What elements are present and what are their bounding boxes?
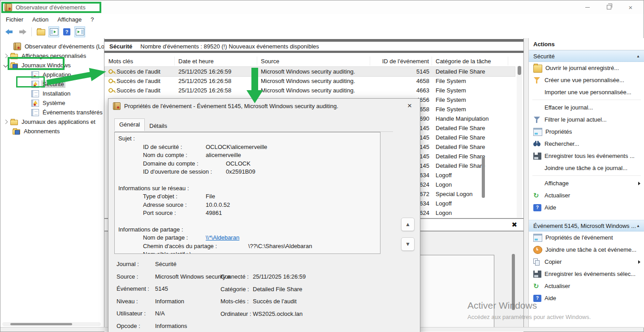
action-importer-une-vue-personnalisee[interactable]: Importer une vue personnalisée... bbox=[529, 86, 644, 98]
action-actualiser[interactable]: ↻Actualiser bbox=[529, 189, 644, 201]
cell-category: File System bbox=[432, 86, 508, 95]
show-console-tree-button[interactable] bbox=[35, 26, 46, 37]
tree-item-label: Observateur d'événements (Loca bbox=[23, 43, 104, 50]
tree-spacer bbox=[23, 111, 26, 114]
sidebar-horizontal-scrollbar[interactable] bbox=[2, 322, 101, 326]
sidebar-scrollbar-thumb[interactable] bbox=[10, 323, 72, 325]
tab-details[interactable]: Détails bbox=[145, 120, 172, 132]
description-value: 10.0.0.52 bbox=[206, 201, 230, 210]
tree-item-systeme[interactable]: Système bbox=[0, 98, 104, 108]
menu-item-affichage[interactable]: Affichage bbox=[57, 16, 82, 23]
action-label: Aide bbox=[545, 204, 556, 211]
share-name-link[interactable]: \\*\Aldebaran bbox=[206, 234, 239, 242]
tree-item-evenements-transferes[interactable]: Événements transférés bbox=[0, 108, 104, 117]
tree-item-observateur-d-evenements-loca[interactable]: Observateur d'événements (Loca bbox=[0, 42, 104, 51]
cell-source: Microsoft Windows security auditing. bbox=[257, 67, 370, 76]
action-copier[interactable]: Copier bbox=[529, 256, 644, 268]
toggle-action-pane-button[interactable] bbox=[74, 26, 85, 37]
section-title: Informations sur le réseau : bbox=[118, 184, 376, 193]
section-header-label: Sécurité bbox=[533, 53, 555, 60]
action-effacer-le-journal[interactable]: Effacer le journal... bbox=[529, 101, 644, 114]
console-tree: Observateur d'événements (LocaAffichages… bbox=[0, 38, 104, 136]
description-scrollbar-thumb[interactable] bbox=[482, 157, 485, 198]
column-header-categorie-de-la-tache[interactable]: Catégorie de la tâche bbox=[432, 57, 508, 66]
minimize-button[interactable] bbox=[578, 0, 597, 14]
footer-right-row: Catégorie :Detailed File Share bbox=[220, 284, 346, 296]
menu-item-help[interactable]: ? bbox=[91, 16, 94, 23]
event-list-scrollbar[interactable] bbox=[517, 66, 522, 218]
close-button[interactable]: × bbox=[621, 0, 640, 14]
actions-section-header-evenement-5145-microsoft-windows[interactable]: Événement 5145, Microsoft Windows ...▲ bbox=[529, 220, 644, 232]
chevron-down-icon[interactable] bbox=[4, 63, 8, 68]
restore-button[interactable] bbox=[600, 0, 618, 14]
tree-item-affichages-personnalises[interactable]: Affichages personnalisés bbox=[0, 51, 104, 61]
description-value: OCLOCK bbox=[226, 160, 251, 168]
action-affichage[interactable]: Affichage bbox=[529, 177, 644, 189]
tree-item-journaux-windows[interactable]: Journaux Windows bbox=[0, 61, 104, 70]
action-actualiser[interactable]: ↻Actualiser bbox=[529, 280, 644, 292]
submenu-arrow-icon[interactable] bbox=[638, 260, 640, 264]
action-joindre-une-tache-a-cet-eveneme[interactable]: Joindre une tâche à cet événeme... bbox=[529, 244, 644, 256]
cell-category: Logoff bbox=[432, 170, 508, 180]
preview-pane-scrollbar-thumb[interactable] bbox=[512, 254, 515, 310]
help-icon: ? bbox=[533, 295, 541, 302]
field-value: 25/11/2025 16:26:59 bbox=[253, 273, 306, 280]
collapse-section-icon[interactable]: ▲ bbox=[636, 224, 640, 228]
column-header-id-de-l-evenement[interactable]: ID de l'événement bbox=[370, 57, 432, 66]
folder-icon bbox=[37, 29, 45, 35]
action-filtrer-le-journal-actuel[interactable]: Filtrer le journal actuel... bbox=[529, 114, 644, 126]
help-button[interactable]: ? bbox=[61, 26, 72, 37]
action-label: Propriétés bbox=[545, 128, 572, 135]
action-aide[interactable]: ?Aide bbox=[529, 292, 644, 304]
actions-separator bbox=[532, 175, 641, 176]
event-row[interactable]: Succès de l'audit25/11/2025 16:26:58Micr… bbox=[105, 86, 515, 95]
field-value: Sécurité bbox=[155, 261, 177, 267]
tree-item-abonnements[interactable]: Abonnements bbox=[0, 127, 104, 136]
action-rechercher[interactable]: Rechercher... bbox=[529, 138, 644, 150]
event-row[interactable]: Succès de l'audit25/11/2025 16:26:58Micr… bbox=[105, 76, 515, 86]
cell-source: Microsoft Windows security auditing. bbox=[257, 76, 370, 86]
menu-item-fichier[interactable]: Fichier bbox=[6, 16, 23, 23]
copy-icon bbox=[533, 258, 541, 266]
tree-item-journaux-des-applications-et[interactable]: Journaux des applications et bbox=[0, 117, 104, 127]
action-joindre-une-tache-a-ce-journal[interactable]: Joindre une tâche à ce journal... bbox=[529, 162, 644, 174]
tab-general[interactable]: Général bbox=[114, 118, 145, 131]
column-header-mots-cles[interactable]: Mots clés bbox=[105, 57, 175, 66]
event-row[interactable]: Succès de l'audit25/11/2025 16:26:59Micr… bbox=[105, 67, 515, 76]
event-description-box: Sujet :ID de sécurité :OCLOCK\alicemerve… bbox=[114, 132, 380, 254]
dialog-tabs: GénéralDétails bbox=[114, 118, 393, 132]
action-proprietes-de-l-evenement[interactable]: Propriétés de l'événement bbox=[529, 232, 644, 244]
action-creer-une-vue-personnalisee[interactable]: Créer une vue personnalisée... bbox=[529, 74, 644, 86]
menu-item-action[interactable]: Action bbox=[32, 16, 48, 23]
dialog-close-button[interactable]: × bbox=[403, 100, 416, 112]
properties-icon bbox=[533, 234, 542, 242]
back-button[interactable] bbox=[4, 26, 15, 37]
column-header-source[interactable]: Source bbox=[257, 57, 370, 66]
action-proprietes[interactable]: Propriétés bbox=[529, 126, 644, 138]
event-list-scrollbar-thumb[interactable] bbox=[518, 66, 521, 75]
description-label: Chemin d'accès du partage : bbox=[143, 243, 217, 249]
tree-item-securite[interactable]: Sécurité bbox=[0, 79, 104, 89]
preview-pane-close-icon[interactable]: ✖ bbox=[511, 221, 517, 229]
actions-section-header-securite[interactable]: Sécurité▲ bbox=[529, 50, 644, 62]
column-header-date-et-heure[interactable]: Date et heure bbox=[175, 57, 257, 66]
action-ouvrir-le-journal-enregistre[interactable]: Ouvrir le journal enregistré... bbox=[529, 62, 644, 74]
submenu-arrow-icon[interactable] bbox=[638, 182, 640, 185]
toggle-tree-pane-button[interactable] bbox=[48, 26, 59, 37]
tree-item-installation[interactable]: Installation bbox=[0, 89, 104, 98]
toolbar: ? bbox=[0, 25, 644, 39]
folder-open-icon bbox=[533, 65, 542, 73]
audit-key-icon bbox=[108, 68, 116, 76]
action-enregistrer-les-evenements-selec[interactable]: Enregistrer les événements sélec... bbox=[529, 268, 644, 280]
action-enregistrer-tous-les-evenements[interactable]: Enregistrer tous les événements ... bbox=[529, 150, 644, 162]
chevron-right-icon[interactable] bbox=[4, 120, 8, 124]
collapse-section-icon[interactable]: ▲ bbox=[636, 54, 640, 58]
chevron-right-icon[interactable] bbox=[4, 54, 8, 58]
title-bar: Observateur d'événements bbox=[0, 0, 644, 14]
forward-button[interactable] bbox=[17, 26, 28, 37]
next-event-button[interactable]: ▼ bbox=[401, 237, 415, 251]
cell-category: Detailed File Share bbox=[432, 142, 508, 152]
action-aide[interactable]: ?Aide bbox=[529, 201, 644, 214]
previous-event-button[interactable]: ▲ bbox=[401, 218, 415, 231]
tree-item-application[interactable]: Application bbox=[0, 70, 104, 79]
